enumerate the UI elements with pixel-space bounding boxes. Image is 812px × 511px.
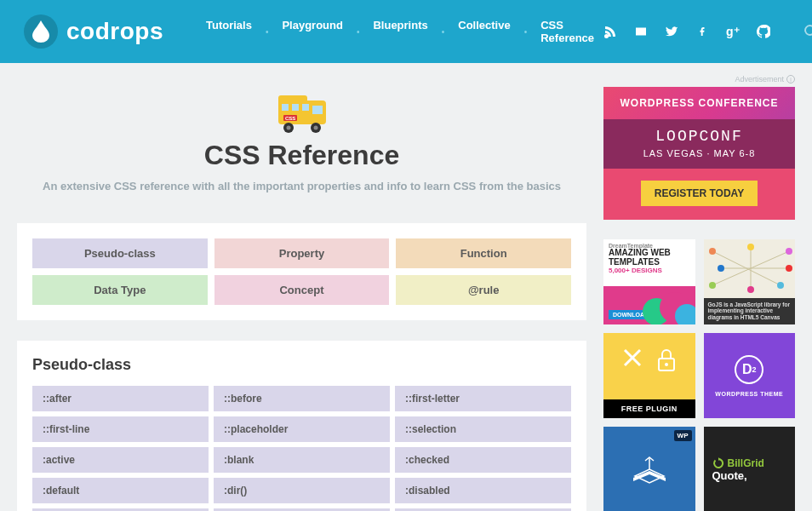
info-icon: i: [786, 75, 795, 83]
ad-billgrid[interactable]: BillGrid Quote,: [704, 427, 796, 511]
hero: CSS CSS Reference An extensive CSS refer…: [17, 75, 586, 208]
cat-property[interactable]: Property: [214, 238, 390, 268]
svg-rect-6: [312, 106, 323, 114]
ad-wptheme[interactable]: D2 WORDPRESS THEME: [704, 333, 796, 418]
svg-point-22: [709, 282, 716, 289]
svg-rect-3: [282, 104, 289, 111]
list-item[interactable]: ::selection: [395, 416, 571, 442]
header-icons: g⁺: [603, 24, 812, 39]
book-icon: [630, 454, 669, 485]
ad-cta-wrap: REGISTER TODAY: [603, 169, 795, 220]
ad-dreamtemplate[interactable]: DreamTemplate AMAZING WEB TEMPLATES 5,00…: [603, 239, 695, 324]
section-grid: ::after ::before ::first-letter ::first-…: [32, 386, 571, 511]
list-item[interactable]: :default: [32, 478, 209, 503]
cat-atrule[interactable]: @rule: [396, 275, 571, 305]
recycle-icon: [712, 457, 724, 469]
cat-concept[interactable]: Concept: [214, 275, 390, 305]
ad-label: Advertisement i: [603, 75, 795, 83]
list-item[interactable]: ::placeholder: [214, 416, 390, 442]
svg-point-25: [747, 286, 754, 293]
list-item[interactable]: :checked: [395, 447, 571, 473]
register-button[interactable]: REGISTER TODAY: [641, 181, 758, 206]
logo-text: codrops: [66, 18, 163, 45]
list-item[interactable]: ::first-line: [32, 416, 209, 442]
list-item[interactable]: :disabled: [395, 478, 571, 503]
svg-point-24: [747, 244, 754, 250]
ad-gojs[interactable]: GoJS is a JavaScript library for impleme…: [704, 239, 796, 324]
svg-point-21: [777, 282, 784, 289]
list-item[interactable]: ::before: [214, 386, 390, 411]
github-icon[interactable]: [756, 24, 771, 39]
svg-text:g⁺: g⁺: [726, 25, 740, 38]
svg-rect-5: [302, 104, 309, 111]
page-subtitle: An extensive CSS reference with all the …: [17, 180, 586, 192]
main-nav: Tutorials• Playground• Blueprints• Colle…: [197, 14, 603, 49]
list-item[interactable]: :dir(): [214, 478, 390, 503]
list-item[interactable]: ::first-letter: [395, 386, 571, 411]
svg-point-12: [313, 126, 317, 130]
rss-icon[interactable]: [603, 24, 618, 39]
category-card: Pseudo-class Property Function Data Type…: [17, 223, 586, 320]
gplus-icon[interactable]: g⁺: [725, 24, 741, 39]
ring-icon: D2: [735, 355, 763, 384]
nav-collective[interactable]: Collective: [449, 14, 518, 49]
search-icon[interactable]: [803, 24, 812, 39]
main-column: CSS CSS Reference An extensive CSS refer…: [17, 75, 586, 511]
list-item[interactable]: :blank: [214, 447, 390, 473]
svg-text:CSS: CSS: [285, 116, 295, 121]
list-item[interactable]: :active: [32, 447, 209, 473]
nav-blueprints[interactable]: Blueprints: [364, 14, 436, 49]
sidebar: Advertisement i WORDPRESS CONFERENCE LOO…: [603, 75, 795, 511]
svg-point-23: [786, 248, 792, 255]
list-item[interactable]: ::after: [32, 386, 209, 411]
mail-icon[interactable]: [633, 24, 649, 39]
svg-point-10: [286, 126, 290, 130]
ad-freeplugin[interactable]: FREE PLUGIN: [603, 333, 695, 418]
cat-datatype[interactable]: Data Type: [32, 275, 208, 305]
nav-tutorials[interactable]: Tutorials: [197, 14, 260, 49]
page-title: CSS Reference: [17, 140, 586, 171]
twitter-icon[interactable]: [664, 24, 679, 39]
cat-function[interactable]: Function: [396, 238, 571, 268]
nav-playground[interactable]: Playground: [273, 14, 352, 49]
ad-wp[interactable]: WP: [603, 427, 695, 511]
svg-point-20: [709, 248, 716, 255]
schoolbus-icon: CSS: [275, 92, 329, 135]
svg-rect-4: [292, 104, 299, 111]
cat-pseudo-class[interactable]: Pseudo-class: [32, 238, 208, 268]
site-header: codrops Tutorials• Playground• Blueprint…: [0, 0, 812, 63]
nav-cssref[interactable]: CSS Reference: [532, 14, 603, 49]
ad-loopconf[interactable]: WORDPRESS CONFERENCE LOOPCONF LAS VEGAS …: [603, 87, 795, 227]
section-heading: Pseudo-class: [32, 356, 571, 374]
facebook-icon[interactable]: [695, 24, 710, 39]
svg-point-31: [665, 363, 668, 366]
svg-point-27: [786, 265, 792, 272]
ad-grid: DreamTemplate AMAZING WEB TEMPLATES 5,00…: [603, 239, 795, 511]
logo[interactable]: codrops: [24, 14, 163, 49]
section-pseudo-class: Pseudo-class ::after ::before ::first-le…: [17, 341, 586, 511]
ad-heading: WORDPRESS CONFERENCE: [603, 87, 795, 119]
drop-icon: [24, 14, 58, 49]
page-wrap: CSS CSS Reference An extensive CSS refer…: [0, 63, 812, 511]
ad-body: LOOPCONF LAS VEGAS · MAY 6-8: [603, 119, 795, 169]
svg-point-26: [718, 265, 724, 272]
